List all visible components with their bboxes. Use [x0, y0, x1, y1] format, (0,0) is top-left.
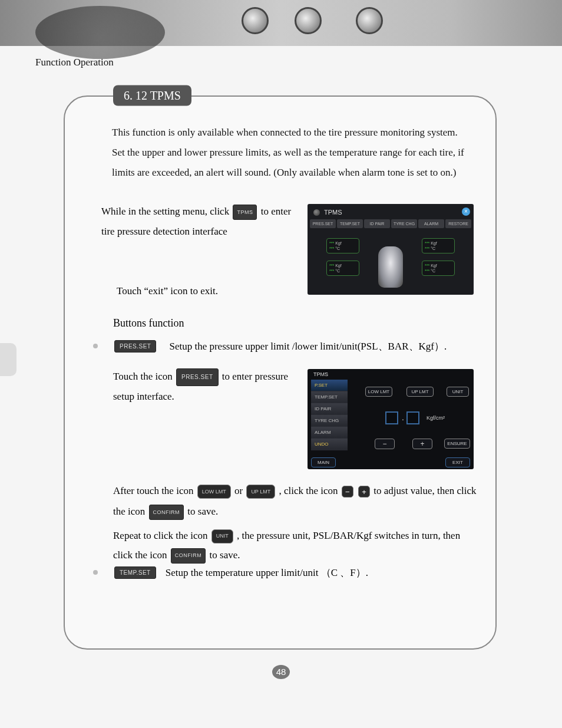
menu-undo[interactable]: UNDO [311, 439, 348, 450]
bullet-icon [93, 570, 98, 575]
content-frame: 6. 12 TPMS This function is only availab… [64, 95, 497, 650]
confirm-button-icon[interactable]: CONFIRM [149, 505, 184, 520]
bullet-icon [93, 344, 98, 348]
menu-pset[interactable]: P.SET [311, 380, 348, 391]
page-header: Function Operation [35, 57, 562, 68]
tempset-row: TEMP.SET Setup the temperature upper lim… [113, 566, 368, 579]
unit-switch-text: Repeat to click the icon UNIT , the pres… [113, 526, 478, 565]
dash-knob [242, 7, 269, 34]
unit-label: Kgf/cm² [427, 415, 445, 421]
page-number: 48 [272, 665, 290, 679]
main-button[interactable]: MAIN [311, 457, 336, 467]
tab-idpair[interactable]: ID PAIR [364, 219, 390, 228]
header-banner [0, 0, 562, 46]
tpms-overview-screenshot: TPMS × PRES.SET TEMP.SET ID PAIR TYRE CH… [308, 204, 474, 295]
lowlmt-button-icon[interactable]: LOW LMT [197, 485, 231, 499]
tab-tyrechg[interactable]: TYRE CHG [391, 219, 417, 228]
tab-restore[interactable]: RESTORE [445, 219, 471, 228]
menu-tempset[interactable]: TEMP.SET [311, 391, 348, 403]
menu-idpair[interactable]: ID PAIR [311, 403, 348, 415]
value-box-2[interactable] [406, 411, 419, 424]
tempset-description: Setup the temperature upper limit/unit （… [166, 566, 368, 579]
presset-description: Setup the pressure upper limit /lower li… [169, 340, 447, 353]
tire-front-left: ***Kgf ***°C [326, 238, 359, 253]
presset-enter-text: Touch the icon PRES.SET to enter pressur… [113, 367, 308, 407]
ensure-button[interactable]: ENSURE [444, 439, 470, 449]
text: Repeat to click the icon [113, 530, 210, 541]
uplmt-button-icon[interactable]: UP LMT [246, 485, 275, 499]
text: , click the icon [279, 485, 340, 496]
uplmt-button[interactable]: UP LMT [406, 387, 434, 397]
presset-row: PRES.SET Setup the pressure upper limit … [113, 340, 447, 353]
close-icon[interactable]: × [462, 207, 470, 216]
car-icon [378, 246, 403, 288]
page-side-tab [0, 343, 16, 376]
plus-button-icon[interactable]: + [358, 486, 370, 498]
section-title-badge: 6. 12 TPMS [113, 85, 191, 106]
decimal-dot: . [402, 413, 404, 422]
presset-button-icon[interactable]: PRES.SET [114, 340, 156, 353]
text: to save. [187, 506, 218, 517]
exit-text: Touch “exit” icon to exit. [117, 285, 311, 297]
screenshot-title: TPMS [308, 204, 474, 219]
tab-tempset[interactable]: TEMP.SET [337, 219, 363, 228]
enter-interface-text: While in the setting menu, click TPMS to… [101, 202, 296, 242]
lowlmt-button[interactable]: LOW LMT [365, 387, 392, 397]
presset-button-icon[interactable]: PRES.SET [176, 368, 218, 386]
tempset-button-icon[interactable]: TEMP.SET [114, 566, 156, 579]
unit-button-icon[interactable]: UNIT [211, 529, 233, 543]
dash-knob [356, 7, 383, 34]
minus-button-icon[interactable]: − [342, 486, 353, 498]
minus-button[interactable]: − [375, 439, 395, 449]
buttons-function-heading: Buttons function [113, 317, 184, 330]
intro-text: This function is only available when con… [112, 123, 471, 183]
tire-rear-right: ***Kgf ***°C [422, 261, 455, 276]
menu-alarm[interactable]: ALARM [311, 427, 348, 439]
screenshot-side-menu: P.SET TEMP.SET ID PAIR TYRE CHG ALARM UN… [311, 380, 348, 450]
tire-rear-left: ***Kgf ***°C [326, 261, 359, 276]
screenshot-tabs: PRES.SET TEMP.SET ID PAIR TYRE CHG ALARM… [308, 219, 474, 228]
adjust-value-text: After touch the icon LOW LMT or UP LMT ,… [113, 481, 484, 522]
text: or [234, 485, 245, 496]
text: After touch the icon [113, 485, 196, 496]
unit-button[interactable]: UNIT [447, 387, 469, 397]
text: to save. [210, 549, 240, 561]
value-box-1[interactable] [385, 411, 398, 424]
pressure-setup-screenshot: TPMS P.SET TEMP.SET ID PAIR TYRE CHG ALA… [308, 369, 474, 469]
confirm-button-icon[interactable]: CONFIRM [171, 548, 206, 564]
text: While in the setting menu, click [101, 206, 232, 217]
tab-presset[interactable]: PRES.SET [310, 219, 336, 228]
screenshot-title: TPMS [308, 369, 474, 379]
tab-alarm[interactable]: ALARM [418, 219, 444, 228]
text: Touch the icon [113, 371, 175, 382]
tire-front-right: ***Kgf ***°C [422, 238, 455, 253]
menu-tyrechg[interactable]: TYRE CHG [311, 415, 348, 427]
tpms-button-icon[interactable]: TPMS [233, 205, 257, 220]
exit-button[interactable]: EXIT [445, 457, 470, 467]
plus-button[interactable]: + [412, 439, 432, 449]
dash-knob [295, 7, 322, 34]
